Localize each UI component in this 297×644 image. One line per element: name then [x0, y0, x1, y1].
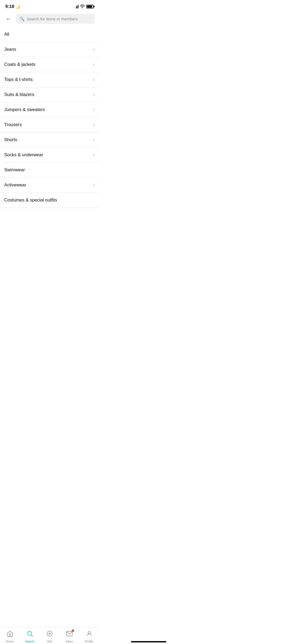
header: ← 🔍 Search for items or members [0, 12, 99, 27]
chevron-right-icon: › [93, 92, 95, 97]
wifi-icon [80, 4, 85, 9]
status-time: 9:18 🌙 [5, 4, 20, 9]
category-label-jeans: Jeans [4, 47, 16, 52]
signal-bar-4 [78, 5, 78, 8]
category-item-all[interactable]: All [0, 27, 99, 42]
category-label-trousers: Trousers [4, 122, 22, 127]
category-label-costumes: Costumes & special outfits [4, 197, 57, 203]
category-label-coats-jackets: Coats & jackets [4, 62, 35, 67]
status-icons [74, 4, 94, 9]
chevron-right-icon: › [93, 77, 95, 82]
chevron-right-icon: › [93, 137, 95, 142]
category-label-all: All [4, 32, 9, 37]
category-label-socks-underwear: Socks & underwear [4, 152, 43, 158]
chevron-right-icon: › [93, 62, 95, 67]
signal-bars [74, 5, 78, 8]
category-item-tops-tshirts[interactable]: Tops & t-shirts › [0, 72, 99, 87]
search-placeholder-text: Search for items or members [27, 17, 78, 21]
category-label-swimwear: Swimwear [4, 167, 25, 173]
chevron-right-icon: › [93, 47, 95, 52]
category-item-jeans[interactable]: Jeans › [0, 42, 99, 57]
category-item-coats-jackets[interactable]: Coats & jackets › [0, 57, 99, 72]
chevron-right-icon: › [93, 153, 95, 157]
back-arrow-icon: ← [6, 16, 11, 22]
category-label-shorts: Shorts [4, 137, 17, 142]
category-item-trousers[interactable]: Trousers › [0, 117, 99, 132]
back-button[interactable]: ← [4, 15, 13, 23]
category-item-jumpers-sweaters[interactable]: Jumpers & sweaters › [0, 102, 99, 117]
category-label-jumpers-sweaters: Jumpers & sweaters [4, 107, 45, 112]
category-label-tops-tshirts: Tops & t-shirts [4, 77, 33, 82]
category-item-swimwear[interactable]: Swimwear [0, 163, 99, 178]
category-label-activewear: Activewear [4, 182, 26, 188]
svg-point-0 [82, 7, 83, 8]
category-item-costumes[interactable]: Costumes & special outfits [0, 193, 99, 208]
chevron-right-icon: › [93, 122, 95, 127]
signal-bar-2 [75, 7, 76, 8]
chevron-right-icon: › [93, 107, 95, 112]
chevron-right-icon: › [93, 183, 95, 187]
signal-bar-1 [74, 7, 74, 8]
category-item-shorts[interactable]: Shorts › [0, 132, 99, 148]
signal-bar-3 [76, 6, 77, 8]
category-item-socks-underwear[interactable]: Socks & underwear › [0, 148, 99, 163]
category-item-suits-blazers[interactable]: Suits & blazers › [0, 87, 99, 102]
moon-icon: 🌙 [16, 4, 20, 9]
category-item-activewear[interactable]: Activewear › [0, 178, 99, 193]
battery-icon [86, 5, 94, 8]
status-bar: 9:18 🌙 [0, 0, 99, 12]
category-label-suits-blazers: Suits & blazers [4, 92, 34, 97]
search-bar[interactable]: 🔍 Search for items or members [16, 14, 95, 24]
category-list: All Jeans › Coats & jackets › Tops & t-s… [0, 27, 99, 229]
search-icon: 🔍 [20, 16, 25, 21]
